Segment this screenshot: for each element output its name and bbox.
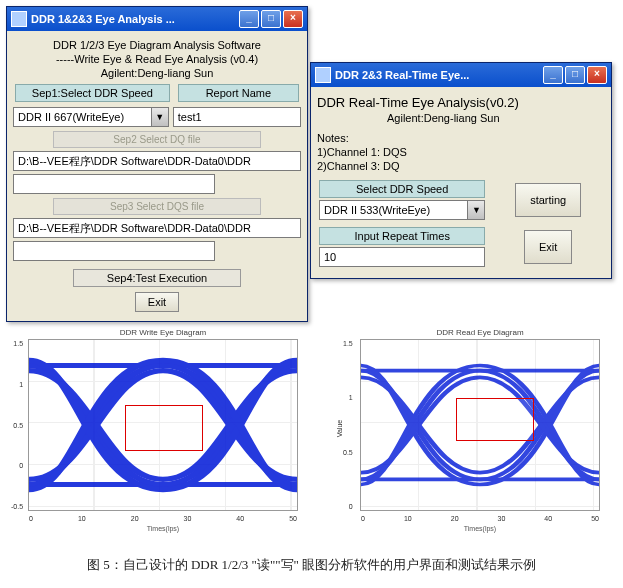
note-channel1: 1)Channel 1: DQS	[317, 146, 605, 158]
combo-ddr-speed-value: DDR II 667(WriteEye)	[14, 111, 151, 123]
maximize-button[interactable]: □	[565, 66, 585, 84]
chart-title: DDR Write Eye Diagram	[28, 328, 298, 337]
header-repeat-times: Input Repeat Times	[319, 227, 485, 245]
chart-read-eye: DDR Read Eye Diagram 1.510.50 0102030405…	[360, 328, 600, 511]
y-label: Value	[336, 420, 343, 437]
chevron-down-icon[interactable]: ▼	[151, 108, 168, 126]
chevron-down-icon[interactable]: ▼	[467, 201, 484, 219]
window-realtime-eye: DDR 2&3 Real-Time Eye... _ □ × DDR Real-…	[310, 62, 612, 279]
mask-box	[456, 398, 534, 441]
report-name-input[interactable]: test1	[173, 107, 301, 127]
app-subtitle: -----Write Eye & Read Eye Analysis (v0.4…	[13, 53, 301, 65]
dq-path-input[interactable]: D:\B--VEE程序\DDR Software\DDR-Data0\DDR	[13, 151, 301, 171]
header-select-speed: Select DDR Speed	[319, 180, 485, 198]
figure-caption: 图 5：自己设计的 DDR 1/2/3 "读""写" 眼图分析软件的用户界面和测…	[0, 556, 623, 574]
plot-area: 1.510.50 01020304050 Times(lps) Value	[360, 339, 600, 511]
close-button[interactable]: ×	[283, 10, 303, 28]
app-icon	[11, 11, 27, 27]
mask-box	[125, 405, 202, 451]
x-label: Times(lps)	[29, 525, 297, 532]
header-test-execution: Sep4:Test Execution	[73, 269, 241, 287]
window-title: DDR 1&2&3 Eye Analysis ...	[31, 13, 239, 25]
minimize-button[interactable]: _	[239, 10, 259, 28]
y-axis: 1.510.50-0.5	[11, 340, 23, 510]
close-button[interactable]: ×	[587, 66, 607, 84]
header-select-speed: Sep1:Select DDR Speed	[15, 84, 170, 102]
maximize-button[interactable]: □	[261, 10, 281, 28]
dqs-path-input[interactable]: D:\B--VEE程序\DDR Software\DDR-Data0\DDR	[13, 218, 301, 238]
minimize-button[interactable]: _	[543, 66, 563, 84]
app-icon	[315, 67, 331, 83]
x-axis: 01020304050	[29, 515, 297, 522]
x-label: Times(lps)	[361, 525, 599, 532]
y-axis: 1.510.50	[343, 340, 353, 510]
titlebar[interactable]: DDR 1&2&3 Eye Analysis ... _ □ ×	[7, 7, 307, 31]
exit-button[interactable]: Exit	[135, 292, 179, 312]
window-eye-analysis: DDR 1&2&3 Eye Analysis ... _ □ × DDR 1/2…	[6, 6, 308, 322]
plot-area: 1.510.50-0.5 01020304050 Times(lps)	[28, 339, 298, 511]
app-author: Agilent:Deng-liang Sun	[13, 67, 301, 79]
header-select-dq: Sep2 Select DQ file	[53, 131, 261, 148]
chart-write-eye: DDR Write Eye Diagram 1.510.50-0.5 01020…	[28, 328, 298, 511]
app-author: Agilent:Deng-liang Sun	[387, 112, 605, 124]
combo-ddr-speed[interactable]: DDR II 533(WriteEye) ▼	[319, 200, 485, 220]
notes-label: Notes:	[317, 132, 605, 144]
combo-ddr-speed-value: DDR II 533(WriteEye)	[320, 204, 467, 216]
titlebar[interactable]: DDR 2&3 Real-Time Eye... _ □ ×	[311, 63, 611, 87]
exit-button[interactable]: Exit	[524, 230, 572, 264]
header-select-dqs: Sep3 Select DQS file	[53, 198, 261, 215]
app-title: DDR Real-Time Eye Analysis(v0.2)	[317, 95, 605, 110]
app-title: DDR 1/2/3 Eye Diagram Analysis Software	[13, 39, 301, 51]
dq-path-input-2[interactable]	[13, 174, 215, 194]
starting-button[interactable]: starting	[515, 183, 581, 217]
header-report-name: Report Name	[178, 84, 299, 102]
dqs-path-input-2[interactable]	[13, 241, 215, 261]
window-title: DDR 2&3 Real-Time Eye...	[335, 69, 543, 81]
note-channel2: 2)Channel 3: DQ	[317, 160, 605, 172]
x-axis: 01020304050	[361, 515, 599, 522]
combo-ddr-speed[interactable]: DDR II 667(WriteEye) ▼	[13, 107, 169, 127]
repeat-times-input[interactable]: 10	[319, 247, 485, 267]
chart-title: DDR Read Eye Diagram	[360, 328, 600, 337]
